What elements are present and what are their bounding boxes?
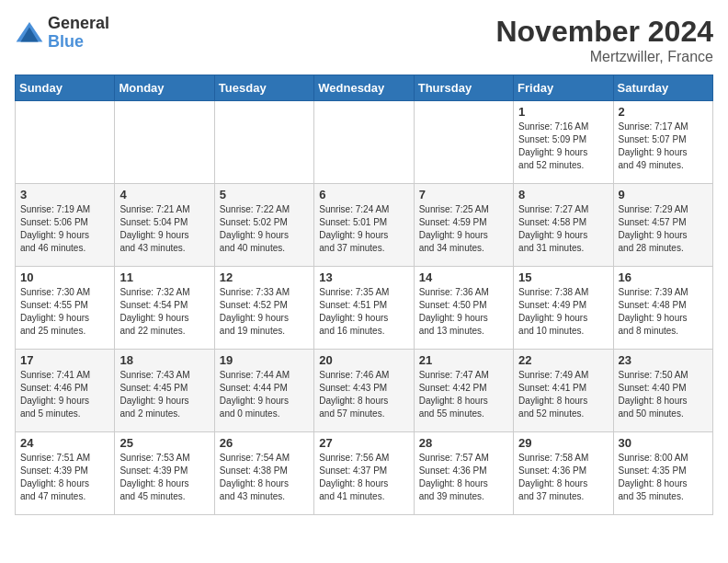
table-row: 6Sunrise: 7:24 AM Sunset: 5:01 PM Daylig… <box>314 184 414 267</box>
table-row: 1Sunrise: 7:16 AM Sunset: 5:09 PM Daylig… <box>514 101 613 184</box>
table-row: 13Sunrise: 7:35 AM Sunset: 4:51 PM Dayli… <box>314 267 414 350</box>
calendar-week-3: 17Sunrise: 7:41 AM Sunset: 4:46 PM Dayli… <box>16 350 713 432</box>
table-row: 5Sunrise: 7:22 AM Sunset: 5:02 PM Daylig… <box>214 184 313 267</box>
table-row: 30Sunrise: 8:00 AM Sunset: 4:35 PM Dayli… <box>613 432 712 515</box>
day-info: Sunrise: 7:50 AM Sunset: 4:40 PM Dayligh… <box>619 369 708 420</box>
day-info: Sunrise: 7:49 AM Sunset: 4:41 PM Dayligh… <box>518 369 608 420</box>
day-number: 29 <box>518 436 608 450</box>
table-row <box>414 101 513 184</box>
day-number: 12 <box>220 270 309 284</box>
day-info: Sunrise: 7:16 AM Sunset: 5:09 PM Dayligh… <box>518 121 608 172</box>
day-number: 6 <box>319 188 408 201</box>
table-row: 7Sunrise: 7:25 AM Sunset: 4:59 PM Daylig… <box>414 184 513 267</box>
day-info: Sunrise: 8:00 AM Sunset: 4:35 PM Dayligh… <box>619 452 708 503</box>
day-info: Sunrise: 7:57 AM Sunset: 4:36 PM Dayligh… <box>419 452 508 503</box>
logo: General Blue <box>15 15 109 52</box>
table-row: 16Sunrise: 7:39 AM Sunset: 4:48 PM Dayli… <box>613 267 712 350</box>
table-row: 15Sunrise: 7:38 AM Sunset: 4:49 PM Dayli… <box>514 267 613 350</box>
day-info: Sunrise: 7:35 AM Sunset: 4:51 PM Dayligh… <box>319 286 408 338</box>
table-row: 4Sunrise: 7:21 AM Sunset: 5:04 PM Daylig… <box>115 184 214 267</box>
day-number: 10 <box>20 270 109 284</box>
table-row: 10Sunrise: 7:30 AM Sunset: 4:55 PM Dayli… <box>16 267 115 350</box>
day-info: Sunrise: 7:43 AM Sunset: 4:45 PM Dayligh… <box>119 369 209 420</box>
calendar-header-row: Sunday Monday Tuesday Wednesday Thursday… <box>16 75 713 101</box>
table-row: 29Sunrise: 7:58 AM Sunset: 4:36 PM Dayli… <box>514 432 613 515</box>
day-number: 20 <box>319 353 408 367</box>
day-number: 7 <box>419 188 508 201</box>
table-row: 24Sunrise: 7:51 AM Sunset: 4:39 PM Dayli… <box>16 432 115 515</box>
col-monday: Monday <box>115 75 214 101</box>
table-row: 19Sunrise: 7:44 AM Sunset: 4:44 PM Dayli… <box>214 350 313 432</box>
day-number: 13 <box>319 270 408 284</box>
calendar-week-1: 3Sunrise: 7:19 AM Sunset: 5:06 PM Daylig… <box>16 184 713 267</box>
day-number: 30 <box>619 436 708 450</box>
calendar-week-2: 10Sunrise: 7:30 AM Sunset: 4:55 PM Dayli… <box>16 267 713 350</box>
day-info: Sunrise: 7:21 AM Sunset: 5:04 PM Dayligh… <box>119 203 209 255</box>
day-info: Sunrise: 7:27 AM Sunset: 4:58 PM Dayligh… <box>518 203 608 255</box>
day-number: 23 <box>619 353 708 367</box>
day-number: 26 <box>220 436 309 450</box>
table-row: 3Sunrise: 7:19 AM Sunset: 5:06 PM Daylig… <box>16 184 115 267</box>
table-row <box>16 101 115 184</box>
day-info: Sunrise: 7:56 AM Sunset: 4:37 PM Dayligh… <box>319 452 408 503</box>
calendar-table: Sunday Monday Tuesday Wednesday Thursday… <box>15 75 713 515</box>
day-info: Sunrise: 7:32 AM Sunset: 4:54 PM Dayligh… <box>119 286 209 338</box>
table-row: 26Sunrise: 7:54 AM Sunset: 4:38 PM Dayli… <box>214 432 313 515</box>
day-info: Sunrise: 7:19 AM Sunset: 5:06 PM Dayligh… <box>20 203 109 255</box>
table-row: 12Sunrise: 7:33 AM Sunset: 4:52 PM Dayli… <box>214 267 313 350</box>
day-info: Sunrise: 7:17 AM Sunset: 5:07 PM Dayligh… <box>619 121 708 172</box>
day-info: Sunrise: 7:58 AM Sunset: 4:36 PM Dayligh… <box>518 452 608 503</box>
table-row <box>214 101 313 184</box>
day-info: Sunrise: 7:33 AM Sunset: 4:52 PM Dayligh… <box>220 286 309 338</box>
calendar-week-4: 24Sunrise: 7:51 AM Sunset: 4:39 PM Dayli… <box>16 432 713 515</box>
page-header: General Blue November 2024 Mertzwiller, … <box>15 15 713 65</box>
day-number: 4 <box>119 188 209 201</box>
day-number: 5 <box>220 188 309 201</box>
day-info: Sunrise: 7:54 AM Sunset: 4:38 PM Dayligh… <box>220 452 309 503</box>
table-row <box>115 101 214 184</box>
day-number: 21 <box>419 353 508 367</box>
day-info: Sunrise: 7:24 AM Sunset: 5:01 PM Dayligh… <box>319 203 408 255</box>
day-number: 16 <box>619 270 708 284</box>
table-row: 28Sunrise: 7:57 AM Sunset: 4:36 PM Dayli… <box>414 432 513 515</box>
table-row: 18Sunrise: 7:43 AM Sunset: 4:45 PM Dayli… <box>115 350 214 432</box>
day-info: Sunrise: 7:51 AM Sunset: 4:39 PM Dayligh… <box>20 452 109 503</box>
table-row: 17Sunrise: 7:41 AM Sunset: 4:46 PM Dayli… <box>16 350 115 432</box>
day-info: Sunrise: 7:38 AM Sunset: 4:49 PM Dayligh… <box>518 286 608 338</box>
col-saturday: Saturday <box>613 75 712 101</box>
logo-icon <box>15 18 44 48</box>
day-info: Sunrise: 7:41 AM Sunset: 4:46 PM Dayligh… <box>20 369 109 420</box>
col-tuesday: Tuesday <box>214 75 313 101</box>
table-row: 22Sunrise: 7:49 AM Sunset: 4:41 PM Dayli… <box>514 350 613 432</box>
table-row: 11Sunrise: 7:32 AM Sunset: 4:54 PM Dayli… <box>115 267 214 350</box>
day-info: Sunrise: 7:29 AM Sunset: 4:57 PM Dayligh… <box>619 203 708 255</box>
table-row: 9Sunrise: 7:29 AM Sunset: 4:57 PM Daylig… <box>613 184 712 267</box>
title-section: November 2024 Mertzwiller, France <box>495 15 713 65</box>
logo-blue: Blue <box>48 33 109 52</box>
day-info: Sunrise: 7:47 AM Sunset: 4:42 PM Dayligh… <box>419 369 508 420</box>
day-number: 28 <box>419 436 508 450</box>
table-row: 2Sunrise: 7:17 AM Sunset: 5:07 PM Daylig… <box>613 101 712 184</box>
day-number: 2 <box>619 105 708 119</box>
day-number: 3 <box>20 188 109 201</box>
month-title: November 2024 <box>495 15 713 49</box>
calendar-week-0: 1Sunrise: 7:16 AM Sunset: 5:09 PM Daylig… <box>16 101 713 184</box>
day-info: Sunrise: 7:25 AM Sunset: 4:59 PM Dayligh… <box>419 203 508 255</box>
day-number: 22 <box>518 353 608 367</box>
col-sunday: Sunday <box>16 75 115 101</box>
day-number: 24 <box>20 436 109 450</box>
logo-general: General <box>48 15 109 33</box>
table-row <box>314 101 414 184</box>
table-row: 25Sunrise: 7:53 AM Sunset: 4:39 PM Dayli… <box>115 432 214 515</box>
location: Mertzwiller, France <box>495 49 713 65</box>
day-number: 18 <box>119 353 209 367</box>
table-row: 14Sunrise: 7:36 AM Sunset: 4:50 PM Dayli… <box>414 267 513 350</box>
day-info: Sunrise: 7:46 AM Sunset: 4:43 PM Dayligh… <box>319 369 408 420</box>
day-number: 8 <box>518 188 608 201</box>
logo-text: General Blue <box>48 15 109 52</box>
day-number: 1 <box>518 105 608 119</box>
table-row: 21Sunrise: 7:47 AM Sunset: 4:42 PM Dayli… <box>414 350 513 432</box>
day-number: 17 <box>20 353 109 367</box>
day-info: Sunrise: 7:30 AM Sunset: 4:55 PM Dayligh… <box>20 286 109 338</box>
day-info: Sunrise: 7:22 AM Sunset: 5:02 PM Dayligh… <box>220 203 309 255</box>
